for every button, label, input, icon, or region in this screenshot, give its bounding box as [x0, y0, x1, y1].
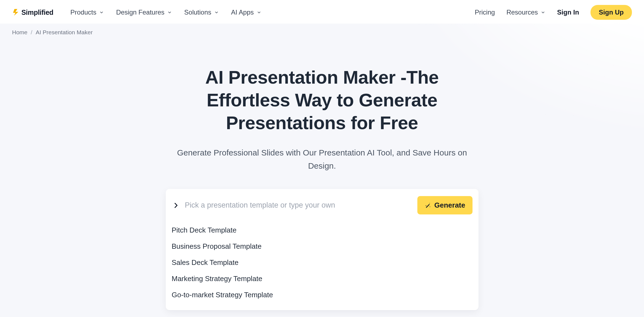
breadcrumb-separator: /: [31, 29, 32, 36]
breadcrumb-current: AI Presentation Maker: [36, 29, 93, 36]
page-subtitle: Generate Professional Slides with Our Pr…: [166, 146, 479, 172]
template-suggestions: Pitch Deck Template Business Proposal Te…: [166, 221, 479, 310]
nav-link-pricing[interactable]: Pricing: [475, 9, 495, 16]
chevron-down-icon: [167, 10, 172, 15]
breadcrumb: Home / AI Presentation Maker: [0, 24, 644, 36]
suggestion-item[interactable]: Go-to-market Strategy Template: [172, 287, 473, 303]
nav-item-label: Design Features: [116, 9, 164, 16]
page-title: AI Presentation Maker -The Effortless Wa…: [166, 66, 479, 134]
hero: AI Presentation Maker -The Effortless Wa…: [160, 66, 484, 310]
brand-logo-icon: [12, 9, 20, 16]
generate-button-label: Generate: [434, 201, 465, 210]
nav-item-label: Resources: [507, 9, 538, 16]
nav-item-resources[interactable]: Resources: [507, 9, 546, 16]
nav-item-label: Products: [70, 9, 96, 16]
nav-item-solutions[interactable]: Solutions: [184, 9, 219, 16]
nav-item-design-features[interactable]: Design Features: [116, 9, 172, 16]
nav-item-label: AI Apps: [231, 9, 254, 16]
prompt-input[interactable]: [185, 201, 412, 210]
primary-nav: Products Design Features Solutions AI Ap…: [70, 9, 261, 16]
generate-button[interactable]: Generate: [417, 196, 473, 214]
prompt-row: Generate: [166, 189, 479, 221]
nav-item-products[interactable]: Products: [70, 9, 104, 16]
brand-logo[interactable]: Simplified: [12, 9, 53, 16]
chevron-right-icon: [172, 201, 180, 210]
top-nav: Simplified Products Design Features Solu…: [0, 0, 644, 24]
secondary-nav: Pricing Resources Sign In Sign Up: [475, 5, 632, 20]
magic-wand-icon: [424, 202, 431, 209]
breadcrumb-home[interactable]: Home: [12, 29, 27, 36]
prompt-card: Generate Pitch Deck Template Business Pr…: [166, 189, 479, 310]
suggestion-item[interactable]: Sales Deck Template: [172, 254, 473, 271]
chevron-down-icon: [541, 10, 545, 15]
suggestion-item[interactable]: Business Proposal Template: [172, 238, 473, 254]
sign-in-link[interactable]: Sign In: [557, 9, 579, 16]
nav-item-ai-apps[interactable]: AI Apps: [231, 9, 261, 16]
chevron-down-icon: [214, 10, 219, 15]
suggestion-item[interactable]: Marketing Strategy Template: [172, 271, 473, 287]
chevron-down-icon: [257, 10, 261, 15]
brand-name: Simplified: [21, 9, 53, 16]
nav-item-label: Solutions: [184, 9, 211, 16]
chevron-down-icon: [99, 10, 104, 15]
sign-up-button[interactable]: Sign Up: [590, 5, 632, 20]
suggestion-item[interactable]: Pitch Deck Template: [172, 222, 473, 238]
